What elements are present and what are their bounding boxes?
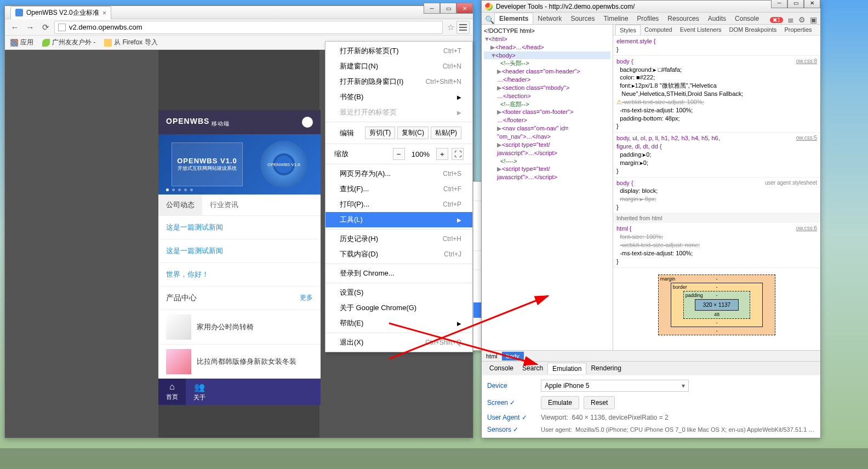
tab-properties[interactable]: Properties [780, 25, 815, 35]
error-badge[interactable]: ✖1 [770, 17, 783, 23]
page-icon [58, 24, 66, 31]
emu-screen-label[interactable]: Screen ✓ [487, 399, 536, 407]
close-tab-icon[interactable]: × [102, 9, 107, 17]
favicon-icon [15, 9, 23, 16]
tab-console[interactable]: Console [730, 13, 763, 24]
menu-about[interactable]: 关于 Google Chrome(G) [326, 300, 472, 316]
tab-timeline[interactable]: Timeline [599, 13, 632, 24]
maximize-button[interactable]: ▭ [440, 3, 456, 14]
back-button[interactable]: ← [8, 21, 21, 34]
dom-tree[interactable]: <!DOCTYPE html> ▼<html> ▶<head>…</head> … [482, 25, 613, 350]
menu-save-as[interactable]: 网页另存为(A)...Ctrl+S [326, 166, 472, 181]
tab-dom-breakpoints[interactable]: DOM Breakpoints [726, 25, 781, 35]
bookmark-item[interactable]: 广州友友户外 - [42, 38, 95, 47]
folder-icon [104, 39, 112, 47]
emu-sensors-label[interactable]: Sensors ✓ [487, 426, 536, 433]
carousel-dots[interactable] [166, 188, 193, 191]
user-icon[interactable] [302, 117, 313, 128]
menu-downloads[interactable]: 下载内容(D)Ctrl+J [326, 247, 472, 262]
tab-profiles[interactable]: Profiles [632, 13, 663, 24]
close-button[interactable]: ✕ [804, 0, 820, 8]
section-header: 产品中心 更多 [158, 287, 321, 310]
list-item[interactable]: 这是一篇测试新闻 [158, 239, 321, 263]
emu-device-label[interactable]: Device [487, 382, 536, 390]
emulate-button[interactable]: Emulate [541, 396, 579, 409]
fullscreen-button[interactable]: ⛶ [452, 148, 464, 160]
breadcrumb-body[interactable]: body [502, 352, 524, 361]
reset-button[interactable]: Reset [584, 396, 615, 409]
menu-exit[interactable]: 退出(X)Ctrl+Shift+Q [326, 335, 472, 350]
tab-event-listeners[interactable]: Event Listeners [676, 25, 726, 35]
drawer-search[interactable]: Search [518, 363, 547, 374]
taskbar[interactable] [0, 448, 868, 469]
product-item[interactable]: 家用办公时尚转椅 [158, 310, 321, 344]
tab-network[interactable]: Network [533, 13, 566, 24]
tab-resources[interactable]: Resources [663, 13, 703, 24]
zoom-in-button[interactable]: + [436, 148, 448, 160]
drawer-rendering[interactable]: Rendering [586, 363, 625, 374]
menu-tools[interactable]: 工具(L)▶ [326, 212, 472, 227]
menu-help[interactable]: 帮助(E)▶ [326, 316, 472, 331]
bookmark-folder[interactable]: 从 Firefox 导入 [104, 38, 157, 47]
drawer-emulation[interactable]: Emulation [547, 363, 586, 374]
url-bar[interactable]: v2.demo.openwbs.com [54, 21, 443, 34]
minimize-button[interactable]: ─ [771, 0, 787, 8]
tab-industry-news[interactable]: 行业资讯 [202, 195, 246, 215]
close-window-button[interactable]: ✕ [456, 3, 473, 14]
settings-icon[interactable]: ⚙ [798, 15, 806, 24]
menu-print[interactable]: 打印(P)...Ctrl+P [326, 197, 472, 212]
styles-panel: Styles Computed Event Listeners DOM Brea… [613, 25, 820, 350]
browser-tab[interactable]: OpenWBS V2.0企业标准 × [10, 6, 111, 19]
mobile-preview: OPENWBS移动端 OPENWBS V1.0 开放式互联网网站建设系统 OPE… [158, 110, 321, 405]
more-link[interactable]: 更多 [300, 293, 313, 303]
tab-computed[interactable]: Computed [641, 25, 676, 35]
menu-new-window[interactable]: 新建窗口(N)Ctrl+N [326, 59, 472, 74]
zoom-out-button[interactable]: − [393, 148, 405, 160]
content-tabs: 公司动态 行业资讯 [158, 195, 321, 216]
product-item[interactable]: 比拉尚都韩版修身新款女装冬装 [158, 344, 321, 379]
nav-about[interactable]: 👥关于 [186, 379, 213, 405]
style-rules[interactable]: element.style {} ow.css:8 body { backgro… [613, 36, 820, 350]
product-image [166, 349, 191, 374]
tab-elements[interactable]: Elements [494, 13, 533, 24]
banner[interactable]: OPENWBS V1.0 开放式互联网网站建设系统 OPENWBS V1.0 [158, 134, 321, 195]
minimize-button[interactable]: ─ [424, 3, 440, 14]
menu-bookmarks[interactable]: 书签(B)▶ [326, 89, 472, 105]
drawer-toggle-icon[interactable]: ≣ [787, 15, 794, 24]
tab-company-news[interactable]: 公司动态 [158, 195, 202, 215]
copy-button[interactable]: 复制(C) [397, 127, 429, 139]
tab-audits[interactable]: Audits [704, 13, 730, 24]
tab-sources[interactable]: Sources [566, 13, 599, 24]
paste-button[interactable]: 粘贴(P) [431, 127, 461, 139]
banner-disc-icon: OPENWBS V1.0 [260, 141, 307, 188]
chrome-menu-button[interactable] [456, 21, 470, 34]
forward-button[interactable]: → [24, 21, 37, 34]
emu-ua-label[interactable]: User Agent ✓ [487, 414, 536, 421]
list-item[interactable]: 这是一篇测试新闻 [158, 216, 321, 239]
apps-button[interactable]: 应用 [10, 38, 33, 47]
cut-button[interactable]: 剪切(T) [365, 127, 395, 139]
drawer-console[interactable]: Console [485, 363, 518, 374]
breadcrumb-html[interactable]: html [482, 352, 502, 361]
tab-styles[interactable]: Styles [615, 25, 641, 35]
menu-settings[interactable]: 设置(S) [326, 285, 472, 300]
bookmark-star-icon[interactable]: ☆ [447, 22, 454, 32]
chrome-icon [485, 3, 493, 10]
emulation-panel: Device Apple iPhone 5 Screen ✓ Emulate R… [482, 375, 820, 438]
site-header: OPENWBS移动端 [158, 110, 321, 134]
drawer-tabs: Console Search Emulation Rendering [482, 361, 820, 375]
list-item[interactable]: 世界，你好！ [158, 263, 321, 287]
nav-home[interactable]: ⌂首页 [158, 379, 186, 405]
menu-signin[interactable]: 登录到 Chrome... [326, 266, 472, 281]
menu-incognito[interactable]: 打开新的隐身窗口(I)Ctrl+Shift+N [326, 74, 472, 89]
inspect-icon[interactable]: 🔍 [485, 15, 494, 24]
menu-find[interactable]: 查找(F)...Ctrl+F [326, 181, 472, 197]
people-icon: 👥 [194, 382, 205, 392]
maximize-button[interactable]: ▭ [787, 0, 804, 8]
news-list: 这是一篇测试新闻 这是一篇测试新闻 世界，你好！ [158, 216, 321, 287]
menu-new-tab[interactable]: 打开新的标签页(T)Ctrl+T [326, 43, 472, 59]
reload-button[interactable]: ⟳ [39, 21, 52, 34]
dock-icon[interactable]: ▣ [810, 15, 817, 24]
device-select[interactable]: Apple iPhone 5 [541, 380, 689, 392]
menu-history[interactable]: 历史记录(H)Ctrl+H [326, 231, 472, 247]
